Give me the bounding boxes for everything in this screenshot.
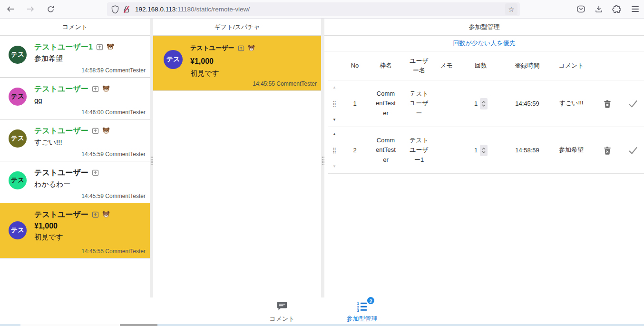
count-value[interactable]: 1 xyxy=(474,146,478,155)
pocket-button[interactable] xyxy=(576,3,586,15)
comment-username: テストユーザー xyxy=(34,168,88,178)
tab-participation-label: 参加型管理 xyxy=(333,315,390,323)
cell-frame-name: CommentTester xyxy=(369,136,402,164)
splitter-grip-icon xyxy=(150,156,153,166)
member-dog-badge-icon xyxy=(102,85,110,92)
bottom-scrollbar xyxy=(0,324,644,327)
comment-service: CommentTester xyxy=(105,248,146,255)
confirm-button[interactable] xyxy=(622,145,644,156)
delete-button[interactable] xyxy=(593,99,622,109)
comment-username: テストユーザー xyxy=(34,126,88,136)
comment-username: テストユーザー1 xyxy=(34,42,93,52)
column-resize-splitter[interactable] xyxy=(321,19,324,297)
comment-meta: 14:45:59 CommentTester xyxy=(81,151,146,158)
confirm-button[interactable] xyxy=(622,99,644,109)
gift-service: CommentTester xyxy=(276,80,317,87)
cell-no: 2 xyxy=(341,146,369,155)
bookmark-star-button[interactable]: ☆ xyxy=(505,3,517,15)
comment-message: 参加希望 xyxy=(34,54,145,63)
gift-item[interactable]: テス テストユーザー ¥1,000 初見です 14:45:55 CommentT… xyxy=(153,36,321,91)
avatar-initials: テス xyxy=(11,226,25,235)
scrollbar-thumb[interactable] xyxy=(120,324,157,326)
comment-message: わかるわー xyxy=(34,179,145,188)
superchat-amount: ¥1,000 xyxy=(34,222,145,230)
downloads-button[interactable] xyxy=(594,3,604,15)
splitter-grip-icon xyxy=(321,156,324,166)
comment-username: テストユーザー xyxy=(34,84,88,94)
count-stepper[interactable] xyxy=(480,145,488,156)
forward-button[interactable] xyxy=(23,2,38,16)
move-up-button[interactable]: ▲ xyxy=(332,86,336,89)
header-registered-time: 登録時間 xyxy=(505,61,550,70)
move-up-button[interactable]: ▲ xyxy=(332,132,336,136)
gift-amount: ¥1,000 xyxy=(190,57,316,66)
comment-item-highlighted[interactable]: テス テストユーザー ¥1,000 初見です 14:45:55 CommentT… xyxy=(0,203,150,258)
column-resize-splitter[interactable] xyxy=(150,19,153,297)
comment-service: CommentTester xyxy=(105,151,146,158)
menu-button[interactable] xyxy=(630,3,640,15)
back-button[interactable] xyxy=(3,2,18,16)
reload-button[interactable] xyxy=(43,2,58,16)
move-down-button[interactable]: ▼ xyxy=(332,165,336,168)
count-value[interactable]: 1 xyxy=(474,99,478,109)
avatar-initials: テス xyxy=(11,50,25,59)
comment-item[interactable]: テス テストユーザー gg 14:46:00 CommentTester xyxy=(0,78,150,119)
comment-meta: 14:45:55 CommentTester xyxy=(81,248,146,255)
avatar-initials: テス xyxy=(11,176,25,185)
drag-handle-icon[interactable]: ⣿ xyxy=(332,148,337,153)
avatar: テス xyxy=(9,129,27,148)
chat-bubble-icon xyxy=(276,300,288,313)
row-reorder-controls: ▲ ⣿ ▼ xyxy=(328,86,341,122)
cell-comment: すごい!!! xyxy=(550,98,593,109)
comment-meta: 14:45:59 CommentTester xyxy=(81,193,146,199)
stepper-chevrons-icon xyxy=(481,147,486,154)
move-down-button[interactable]: ▼ xyxy=(332,118,336,122)
header-memo: メモ xyxy=(436,61,457,70)
participation-panel: 参加型管理 回数が少ない人を優先 No 枠名 ユーザー名 メモ 回数 登録時間 … xyxy=(324,19,644,297)
comments-panel: コメント テス テストユーザー1 参加希望 14:58:59 CommentTe… xyxy=(0,19,150,297)
comment-time: 14:46:00 xyxy=(81,109,104,116)
comment-time: 14:45:59 xyxy=(81,151,104,158)
cell-registered-time: 14:58:59 xyxy=(505,146,550,155)
gift-time: 14:45:55 xyxy=(253,80,275,87)
star-icon: ☆ xyxy=(508,5,514,14)
cell-count: 1 xyxy=(457,145,505,156)
participation-count-badge: 2 xyxy=(366,296,375,305)
participation-row: ▲ ⣿ ▼ 2 CommentTester テストユーザー1 1 14:58:5… xyxy=(328,127,644,174)
comment-service: CommentTester xyxy=(105,109,146,116)
tab-participation[interactable]: 123 2 参加型管理 xyxy=(333,300,390,323)
comment-item[interactable]: テス テストユーザー すごい!!! 14:45:59 CommentTester xyxy=(0,119,150,161)
comment-item[interactable]: テス テストユーザー わかるわー 14:45:59 CommentTester xyxy=(0,161,150,203)
tab-comments[interactable]: コメント xyxy=(254,300,311,323)
url-path: :11180/static/remote-view/ xyxy=(176,6,250,13)
cell-no: 1 xyxy=(341,99,369,109)
insecure-lock-icon[interactable] xyxy=(121,4,132,15)
comment-service: CommentTester xyxy=(105,67,146,74)
gifts-panel-title: ギフト/スパチャ xyxy=(153,19,321,36)
table-header-row: No 枠名 ユーザー名 メモ 回数 登録時間 コメント xyxy=(328,51,644,80)
delete-button[interactable] xyxy=(593,146,622,155)
participation-table: No 枠名 ユーザー名 メモ 回数 登録時間 コメント ▲ ⣿ ▼ 1 Comm… xyxy=(324,51,644,174)
header-no: No xyxy=(341,61,369,70)
comment-meta: 14:46:00 CommentTester xyxy=(81,109,146,116)
participation-panel-title: 参加型管理 xyxy=(324,19,644,36)
service-upload-icon xyxy=(92,127,99,134)
cell-frame-name: CommentTester xyxy=(369,89,402,118)
comment-meta: 14:58:59 CommentTester xyxy=(81,67,146,74)
extensions-button[interactable] xyxy=(612,3,622,15)
cell-user-name: テストユーザー xyxy=(402,89,436,118)
drag-handle-icon[interactable]: ⣿ xyxy=(332,101,337,107)
header-user-name: ユーザー名 xyxy=(402,56,436,75)
comment-username: テストユーザー xyxy=(34,210,88,219)
url-bar[interactable]: 192.168.0.113:11180/static/remote-view/ … xyxy=(107,2,520,16)
puzzle-icon xyxy=(612,4,622,14)
shield-icon[interactable] xyxy=(109,4,121,15)
priority-link[interactable]: 回数が少ない人を優先 xyxy=(324,36,644,51)
service-upload-icon xyxy=(92,211,99,218)
comment-item[interactable]: テス テストユーザー1 参加希望 14:58:59 CommentTester xyxy=(0,36,150,78)
cell-comment: 参加希望 xyxy=(550,145,593,155)
row-reorder-controls: ▲ ⣿ ▼ xyxy=(328,132,341,168)
gifts-panel: ギフト/スパチャ テス テストユーザー ¥1,000 初見です 14:45:55… xyxy=(153,19,321,297)
count-stepper[interactable] xyxy=(480,98,488,109)
service-upload-icon xyxy=(92,169,99,176)
